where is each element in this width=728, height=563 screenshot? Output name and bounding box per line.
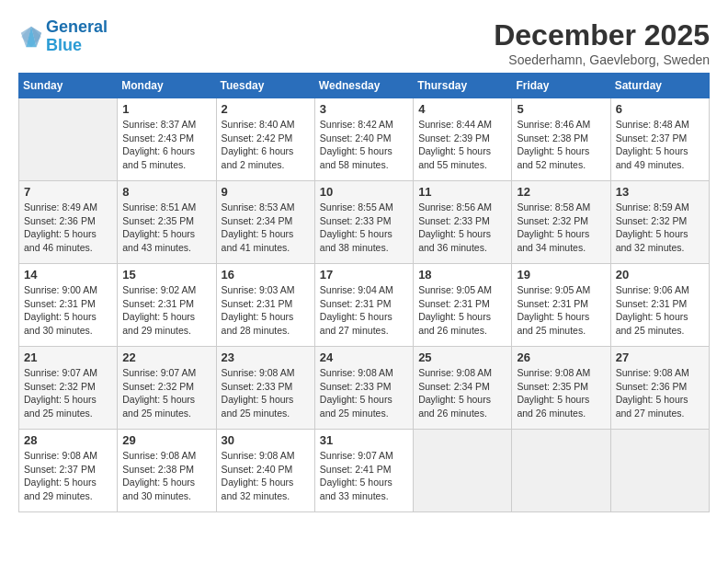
calendar-cell: 13Sunrise: 8:59 AM Sunset: 2:32 PM Dayli… xyxy=(610,181,709,264)
day-info: Sunrise: 9:08 AM Sunset: 2:33 PM Dayligh… xyxy=(320,366,408,420)
calendar-cell: 15Sunrise: 9:02 AM Sunset: 2:31 PM Dayli… xyxy=(118,264,216,347)
weekday-header: Monday xyxy=(118,74,216,98)
logo-text: General Blue xyxy=(46,18,108,55)
day-info: Sunrise: 9:07 AM Sunset: 2:32 PM Dayligh… xyxy=(24,366,112,420)
day-number: 27 xyxy=(616,350,704,364)
logo: General Blue xyxy=(18,18,108,55)
day-info: Sunrise: 9:08 AM Sunset: 2:33 PM Dayligh… xyxy=(222,366,310,420)
calendar-week-row: 7Sunrise: 8:49 AM Sunset: 2:36 PM Daylig… xyxy=(19,181,710,264)
day-info: Sunrise: 9:08 AM Sunset: 2:37 PM Dayligh… xyxy=(24,449,112,503)
calendar-cell: 8Sunrise: 8:51 AM Sunset: 2:35 PM Daylig… xyxy=(118,181,216,264)
day-info: Sunrise: 9:02 AM Sunset: 2:31 PM Dayligh… xyxy=(122,283,210,338)
day-number: 20 xyxy=(616,268,704,282)
weekday-header: Thursday xyxy=(414,74,512,98)
calendar-cell: 26Sunrise: 9:08 AM Sunset: 2:35 PM Dayli… xyxy=(512,347,610,430)
day-number: 8 xyxy=(122,185,210,199)
page-header: General Blue December 2025 Soederhamn, G… xyxy=(18,18,710,67)
day-info: Sunrise: 8:40 AM Sunset: 2:42 PM Dayligh… xyxy=(222,118,310,172)
location-subtitle: Soederhamn, Gaevleborg, Sweden xyxy=(494,52,710,67)
day-info: Sunrise: 8:42 AM Sunset: 2:40 PM Dayligh… xyxy=(320,118,408,172)
day-number: 21 xyxy=(24,350,112,364)
day-info: Sunrise: 9:06 AM Sunset: 2:31 PM Dayligh… xyxy=(616,283,704,338)
day-number: 19 xyxy=(517,268,605,282)
calendar-cell: 2Sunrise: 8:40 AM Sunset: 2:42 PM Daylig… xyxy=(216,98,314,181)
day-number: 1 xyxy=(122,102,210,116)
calendar-cell: 22Sunrise: 9:07 AM Sunset: 2:32 PM Dayli… xyxy=(118,347,216,430)
day-number: 6 xyxy=(616,102,704,116)
day-number: 23 xyxy=(222,350,310,364)
weekday-header: Wednesday xyxy=(314,74,413,98)
day-info: Sunrise: 8:49 AM Sunset: 2:36 PM Dayligh… xyxy=(24,201,112,255)
calendar-cell: 30Sunrise: 9:08 AM Sunset: 2:40 PM Dayli… xyxy=(216,430,314,512)
calendar-table: SundayMondayTuesdayWednesdayThursdayFrid… xyxy=(18,73,710,512)
calendar-cell: 24Sunrise: 9:08 AM Sunset: 2:33 PM Dayli… xyxy=(314,347,413,430)
day-number: 9 xyxy=(222,185,310,199)
weekday-header: Tuesday xyxy=(216,74,314,98)
day-info: Sunrise: 8:53 AM Sunset: 2:34 PM Dayligh… xyxy=(222,201,310,255)
weekday-header: Sunday xyxy=(19,74,118,98)
day-info: Sunrise: 9:03 AM Sunset: 2:31 PM Dayligh… xyxy=(222,283,310,338)
day-number: 3 xyxy=(320,102,408,116)
day-number: 5 xyxy=(517,102,605,116)
day-info: Sunrise: 9:05 AM Sunset: 2:31 PM Dayligh… xyxy=(517,283,605,338)
calendar-cell: 19Sunrise: 9:05 AM Sunset: 2:31 PM Dayli… xyxy=(512,264,610,347)
day-number: 28 xyxy=(24,433,112,447)
calendar-cell xyxy=(19,98,118,181)
day-number: 11 xyxy=(418,185,506,199)
day-number: 26 xyxy=(517,350,605,364)
month-title: December 2025 xyxy=(494,18,710,52)
calendar-cell: 6Sunrise: 8:48 AM Sunset: 2:37 PM Daylig… xyxy=(610,98,709,181)
day-info: Sunrise: 8:59 AM Sunset: 2:32 PM Dayligh… xyxy=(616,201,704,255)
calendar-cell: 16Sunrise: 9:03 AM Sunset: 2:31 PM Dayli… xyxy=(216,264,314,347)
calendar-cell xyxy=(512,430,610,512)
day-number: 14 xyxy=(24,268,112,282)
calendar-cell: 18Sunrise: 9:05 AM Sunset: 2:31 PM Dayli… xyxy=(414,264,512,347)
weekday-header: Friday xyxy=(512,74,610,98)
calendar-cell: 14Sunrise: 9:00 AM Sunset: 2:31 PM Dayli… xyxy=(19,264,118,347)
calendar-cell xyxy=(610,430,709,512)
calendar-cell: 11Sunrise: 8:56 AM Sunset: 2:33 PM Dayli… xyxy=(414,181,512,264)
day-info: Sunrise: 8:48 AM Sunset: 2:37 PM Dayligh… xyxy=(616,118,704,172)
calendar-cell: 27Sunrise: 9:08 AM Sunset: 2:36 PM Dayli… xyxy=(610,347,709,430)
calendar-week-row: 21Sunrise: 9:07 AM Sunset: 2:32 PM Dayli… xyxy=(19,347,710,430)
calendar-cell: 20Sunrise: 9:06 AM Sunset: 2:31 PM Dayli… xyxy=(610,264,709,347)
day-number: 29 xyxy=(122,433,210,447)
day-info: Sunrise: 9:08 AM Sunset: 2:34 PM Dayligh… xyxy=(418,366,506,420)
calendar-cell: 17Sunrise: 9:04 AM Sunset: 2:31 PM Dayli… xyxy=(314,264,413,347)
day-info: Sunrise: 8:58 AM Sunset: 2:32 PM Dayligh… xyxy=(517,201,605,255)
calendar-week-row: 14Sunrise: 9:00 AM Sunset: 2:31 PM Dayli… xyxy=(19,264,710,347)
calendar-cell: 5Sunrise: 8:46 AM Sunset: 2:38 PM Daylig… xyxy=(512,98,610,181)
day-info: Sunrise: 9:08 AM Sunset: 2:36 PM Dayligh… xyxy=(616,366,704,420)
day-info: Sunrise: 9:04 AM Sunset: 2:31 PM Dayligh… xyxy=(320,283,408,338)
calendar-cell: 21Sunrise: 9:07 AM Sunset: 2:32 PM Dayli… xyxy=(19,347,118,430)
title-block: December 2025 Soederhamn, Gaevleborg, Sw… xyxy=(494,18,710,67)
day-info: Sunrise: 8:44 AM Sunset: 2:39 PM Dayligh… xyxy=(418,118,506,172)
day-info: Sunrise: 8:56 AM Sunset: 2:33 PM Dayligh… xyxy=(418,201,506,255)
calendar-body: 1Sunrise: 8:37 AM Sunset: 2:43 PM Daylig… xyxy=(19,98,710,512)
day-number: 2 xyxy=(222,102,310,116)
calendar-cell: 29Sunrise: 9:08 AM Sunset: 2:38 PM Dayli… xyxy=(118,430,216,512)
day-info: Sunrise: 9:05 AM Sunset: 2:31 PM Dayligh… xyxy=(418,283,506,338)
calendar-cell: 4Sunrise: 8:44 AM Sunset: 2:39 PM Daylig… xyxy=(414,98,512,181)
calendar-cell: 7Sunrise: 8:49 AM Sunset: 2:36 PM Daylig… xyxy=(19,181,118,264)
day-info: Sunrise: 9:08 AM Sunset: 2:38 PM Dayligh… xyxy=(122,449,210,503)
weekday-header: Saturday xyxy=(610,74,709,98)
calendar-cell: 25Sunrise: 9:08 AM Sunset: 2:34 PM Dayli… xyxy=(414,347,512,430)
logo-icon xyxy=(18,24,44,50)
day-info: Sunrise: 8:55 AM Sunset: 2:33 PM Dayligh… xyxy=(320,201,408,255)
calendar-header-row: SundayMondayTuesdayWednesdayThursdayFrid… xyxy=(19,74,710,98)
day-number: 10 xyxy=(320,185,408,199)
day-info: Sunrise: 8:37 AM Sunset: 2:43 PM Dayligh… xyxy=(122,118,210,172)
day-info: Sunrise: 9:08 AM Sunset: 2:35 PM Dayligh… xyxy=(517,366,605,420)
calendar-cell: 3Sunrise: 8:42 AM Sunset: 2:40 PM Daylig… xyxy=(314,98,413,181)
calendar-cell xyxy=(414,430,512,512)
calendar-cell: 12Sunrise: 8:58 AM Sunset: 2:32 PM Dayli… xyxy=(512,181,610,264)
day-number: 17 xyxy=(320,268,408,282)
calendar-cell: 31Sunrise: 9:07 AM Sunset: 2:41 PM Dayli… xyxy=(314,430,413,512)
day-number: 15 xyxy=(122,268,210,282)
day-number: 30 xyxy=(222,433,310,447)
day-number: 13 xyxy=(616,185,704,199)
day-info: Sunrise: 9:07 AM Sunset: 2:41 PM Dayligh… xyxy=(320,449,408,503)
day-number: 12 xyxy=(517,185,605,199)
day-info: Sunrise: 8:46 AM Sunset: 2:38 PM Dayligh… xyxy=(517,118,605,172)
